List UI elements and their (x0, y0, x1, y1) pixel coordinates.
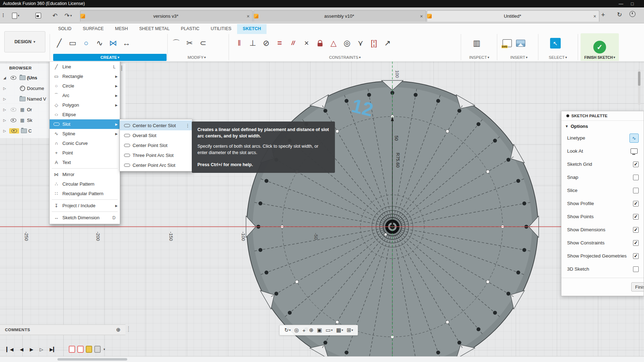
sketch-point-unconstrained[interactable] (295, 280, 298, 283)
maximize-button[interactable]: □ (627, 0, 638, 7)
horizontal-vertical-icon[interactable]: ‖ (233, 36, 246, 51)
comments-grip-icon[interactable]: ┊ (127, 326, 130, 332)
menu-item-rectangular-pattern[interactable]: ∷Rectangular Pattern (50, 189, 120, 198)
redo-button[interactable]: ↷▾ (65, 11, 72, 20)
visibility-eye-icon[interactable] (9, 118, 18, 122)
sketch-point[interactable] (522, 202, 526, 205)
timeline-item-4[interactable] (94, 346, 101, 353)
side-scrollbar-thumb[interactable] (638, 72, 640, 86)
pan-icon[interactable]: + (302, 327, 306, 333)
skip-end-button[interactable]: ▶▎ (50, 347, 57, 352)
submenu-item-three-point-arc-slot[interactable]: Three Point Arc Slot (120, 150, 192, 160)
step-forward-button[interactable]: ▷ (40, 347, 43, 352)
ribbon-tab-sheet-metal[interactable]: SHEET METAL (134, 24, 175, 34)
menu-item-project-include[interactable]: ↧Project / Include▶ (50, 201, 120, 210)
sketch-palette-header[interactable]: SKETCH PALETTE (561, 111, 644, 121)
submenu-item-center-point-slot[interactable]: Center Point Slot (120, 140, 192, 150)
show-dimensions-checkbox[interactable]: ✓ (633, 227, 639, 233)
job-status-icon[interactable] (629, 11, 635, 17)
sketch-point[interactable] (493, 311, 497, 315)
curvature-icon[interactable]: [¦] (367, 36, 381, 51)
show-projected-geometries-checkbox[interactable]: ✓ (633, 253, 639, 259)
timeline-item-2[interactable] (77, 346, 84, 353)
offset-icon[interactable]: ⊂ (196, 36, 210, 51)
sketch-point[interactable] (436, 351, 440, 355)
sketch-point-unconstrained[interactable] (486, 170, 489, 173)
play-button[interactable]: ▶ (30, 347, 33, 352)
workspace-selector[interactable]: DESIGN▾ (4, 31, 45, 52)
sketch-point[interactable] (264, 271, 268, 275)
sketch-point[interactable] (345, 99, 348, 103)
palette-options-section[interactable]: ▼ Options (561, 121, 644, 131)
sketch-point-unconstrained[interactable] (486, 280, 489, 283)
sketch-point[interactable] (258, 202, 262, 205)
document-tab-assembly-v10[interactable]: assembly v10*× (253, 10, 426, 22)
save-button[interactable] (35, 11, 41, 20)
menu-item-point[interactable]: +Point (50, 148, 120, 158)
ribbon-tab-sketch[interactable]: SKETCH (237, 24, 267, 34)
look-at-icon[interactable] (629, 147, 639, 156)
concentric-icon[interactable]: ◎ (340, 36, 354, 51)
mirror-icon[interactable]: ⋈ (106, 36, 120, 51)
palette-finish-button[interactable]: Finis (631, 282, 644, 292)
grid-settings-icon[interactable]: ▦▾ (336, 327, 343, 333)
close-tab-icon[interactable]: × (590, 13, 599, 19)
ribbon-tab-surface[interactable]: SURFACE (77, 24, 110, 34)
sketch-point[interactable] (345, 351, 348, 355)
spline-icon[interactable]: ∿ (93, 36, 106, 51)
trim-icon[interactable]: ✂ (183, 36, 196, 51)
menu-item-ellipse[interactable]: ○Ellipse (50, 110, 120, 119)
display-settings-icon[interactable]: ▭▾ (326, 327, 333, 333)
dimension-icon[interactable]: ↔ (120, 36, 133, 51)
insert-svg-icon[interactable]: SVG (500, 36, 514, 51)
close-tab-icon[interactable]: × (417, 13, 426, 19)
sketch-point-unconstrained[interactable] (446, 130, 449, 133)
create-group-dropdown[interactable]: CREATE▾ (53, 54, 167, 61)
submenu-item-overall-slot[interactable]: Overall Slot (120, 130, 192, 140)
grid-label--250[interactable]: -250 (24, 232, 29, 241)
sync-icon[interactable]: ↻ (617, 11, 622, 18)
timeline-item-3[interactable] (86, 346, 92, 353)
menu-item-circle[interactable]: ○Circle▶ (50, 81, 120, 91)
show-profile-checkbox[interactable]: ✓ (633, 201, 639, 207)
viewports-icon[interactable]: ⊞▾ (347, 327, 353, 333)
circle-icon[interactable]: ○ (79, 36, 93, 51)
comments-bar[interactable]: COMMENTS ⊕ (0, 324, 125, 335)
visibility-eye-icon[interactable] (9, 76, 18, 80)
menu-item-text[interactable]: AText (50, 158, 120, 167)
sketch-point[interactable] (493, 139, 497, 143)
sketch-point[interactable] (506, 158, 510, 162)
timeline-item-caret-icon[interactable]: ▾ (103, 347, 105, 351)
minimize-button[interactable]: — (616, 0, 626, 7)
dimension-value-radius[interactable]: R75.60 (395, 153, 401, 168)
visibility-eye-icon[interactable] (9, 128, 19, 134)
sketch-point-unconstrained[interactable] (446, 321, 449, 324)
sketch-point[interactable] (522, 248, 526, 252)
scrollbar-thumb[interactable] (57, 358, 127, 361)
constraints-group-dropdown[interactable]: CONSTRAINTS▾ (305, 54, 385, 61)
menu-item-spline[interactable]: ∿Spline▶ (50, 129, 120, 138)
midpoint-icon[interactable]: × (300, 36, 313, 51)
ribbon-tab-plastic[interactable]: PLASTIC (175, 24, 205, 34)
sketch-point[interactable] (476, 122, 480, 126)
line-icon[interactable]: ╱ (52, 36, 66, 51)
3d-sketch-checkbox[interactable] (633, 266, 639, 272)
sketch-point-unconstrained[interactable] (336, 321, 339, 324)
visibility-eye-icon[interactable] (9, 108, 18, 112)
origin-point[interactable] (384, 233, 387, 236)
close-tab-icon[interactable]: × (244, 13, 252, 19)
sketch-point[interactable] (288, 311, 292, 315)
select-group-dropdown[interactable]: SELECT▾ (539, 54, 576, 61)
fillet-icon[interactable]: ⌒ (169, 36, 183, 51)
menu-item-polygon[interactable]: ◇Polygon▶ (50, 100, 120, 110)
tree-caret-icon[interactable]: ▷ (0, 86, 9, 90)
lock-icon[interactable] (313, 36, 327, 51)
insert-group-dropdown[interactable]: INSERT▾ (498, 54, 539, 61)
sketch-point[interactable] (476, 327, 480, 331)
grid-label--100[interactable]: -100 (241, 232, 246, 241)
symmetry-icon[interactable]: ⋎ (354, 36, 367, 51)
document-tab-untitled[interactable]: Untitled*× (427, 10, 599, 22)
app-menu-icon[interactable]: ⠇ (2, 11, 6, 20)
tree-caret-icon[interactable]: ▷ (0, 108, 9, 112)
show-constraints-checkbox[interactable]: ✓ (633, 240, 639, 246)
